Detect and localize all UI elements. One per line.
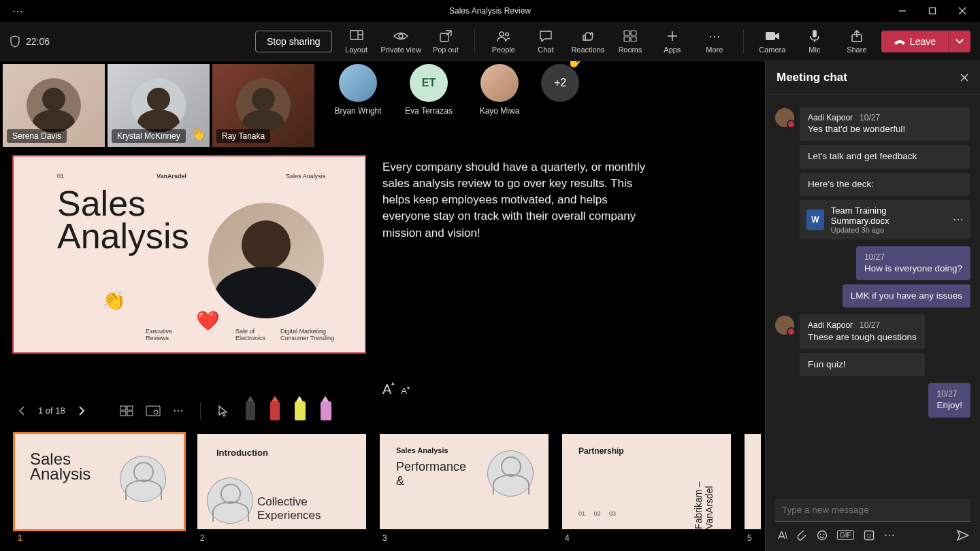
- pen-black-button[interactable]: [246, 401, 255, 420]
- sticker-button[interactable]: [864, 530, 875, 541]
- minimize-button[interactable]: [890, 1, 915, 20]
- chat-message-own[interactable]: 10/27 Enjoy!: [928, 383, 970, 417]
- svg-point-28: [154, 410, 158, 414]
- participants-strip: Serena Davis Krystal McKinney 👋 Ray Tana…: [3, 61, 765, 150]
- participant-avatar[interactable]: Kayo Miwa: [466, 64, 534, 116]
- svg-point-37: [870, 534, 871, 535]
- layout-icon: [350, 29, 363, 43]
- attach-button[interactable]: [797, 530, 807, 541]
- slide-thumbnail[interactable]: SalesAnalysis: [15, 434, 184, 529]
- slide-title: SalesAnalysis: [57, 188, 189, 253]
- prev-slide-button[interactable]: [18, 405, 26, 416]
- svg-rect-35: [864, 531, 873, 539]
- slide-thumbnail[interactable]: Sales Analysis Performance&: [380, 434, 549, 529]
- leave-more-button[interactable]: [948, 31, 970, 52]
- text-decrease-button[interactable]: A▾: [401, 386, 407, 401]
- close-button[interactable]: [950, 1, 975, 20]
- chat-message[interactable]: Aadi Kapoor10/27 These are tough questio…: [775, 314, 970, 376]
- more-button[interactable]: ⋯ More: [697, 29, 732, 54]
- svg-line-31: [785, 532, 787, 539]
- stop-sharing-button[interactable]: Stop sharing: [255, 31, 332, 52]
- send-button[interactable]: [957, 530, 969, 541]
- participant-name: Ray Tanaka: [216, 129, 270, 143]
- video-tile[interactable]: Krystal McKinney 👋: [108, 64, 210, 147]
- video-tile[interactable]: Serena Davis: [3, 64, 105, 147]
- slide-thumbnail[interactable]: [745, 434, 761, 529]
- mic-button[interactable]: Mic: [797, 29, 832, 54]
- avatar-photo: [339, 64, 377, 102]
- people-button[interactable]: People: [486, 29, 521, 54]
- avatar-photo: [480, 64, 519, 102]
- chat-panel-title: Meeting chat: [777, 71, 847, 84]
- app-menu-button[interactable]: ⋯: [5, 1, 30, 20]
- next-slide-button[interactable]: [78, 405, 86, 416]
- participant-name: Serena Davis: [7, 129, 67, 143]
- svg-point-32: [818, 531, 827, 539]
- plus-icon: [666, 29, 679, 43]
- file-more-button[interactable]: ⋯: [953, 213, 964, 226]
- meeting-timer: 22:06: [10, 35, 50, 48]
- share-icon: [851, 29, 863, 43]
- file-attachment[interactable]: W Team Training Summary.docx Updated 3h …: [800, 200, 970, 239]
- pop-out-button[interactable]: Pop out: [428, 29, 463, 54]
- thumb-number: 2: [197, 533, 366, 543]
- chat-panel: Meeting chat Aadi Kapoor10/27 Yes that'd…: [765, 61, 980, 551]
- apps-button[interactable]: Apps: [655, 29, 690, 54]
- svg-rect-20: [813, 30, 817, 37]
- private-view-button[interactable]: Private view: [381, 29, 421, 54]
- rooms-button[interactable]: Rooms: [612, 29, 648, 54]
- participant-video: [236, 78, 291, 133]
- svg-rect-13: [624, 31, 630, 35]
- window-title: Sales Analysis Review: [449, 6, 531, 16]
- slide-more-button[interactable]: ⋯: [173, 404, 184, 417]
- highlighter-yellow-button[interactable]: [295, 401, 306, 420]
- window-titlebar: ⋯ Sales Analysis Review: [0, 0, 980, 22]
- svg-point-36: [867, 534, 868, 535]
- close-chat-button[interactable]: [960, 73, 969, 82]
- cursor-tool-button[interactable]: [217, 405, 228, 417]
- meeting-toolbar: 22:06 Stop sharing Layout Private view P…: [0, 22, 980, 61]
- cameo-button[interactable]: [146, 405, 161, 416]
- camera-button[interactable]: Camera: [755, 29, 790, 54]
- participant-video: [131, 78, 186, 133]
- slide-thumbnail[interactable]: Introduction Collective Experiences: [197, 434, 366, 529]
- raised-hand-icon: ✋: [567, 61, 582, 69]
- participant-avatar[interactable]: ET Eva Terrazas: [395, 64, 463, 116]
- presenter-controls: 1 of 18 ⋯: [3, 397, 765, 424]
- svg-point-33: [820, 533, 821, 535]
- participant-video: [27, 78, 81, 133]
- pen-red-button[interactable]: [270, 401, 280, 420]
- layout-button[interactable]: Layout: [339, 29, 374, 54]
- chat-message-own[interactable]: 10/27 How is everyone doing? LMK if you …: [843, 246, 970, 308]
- compose-more-button[interactable]: ⋯: [884, 529, 895, 541]
- text-increase-button[interactable]: A▴: [382, 382, 391, 397]
- grid-view-button[interactable]: [120, 405, 133, 416]
- svg-point-11: [505, 33, 508, 36]
- highlighter-pink-button[interactable]: [321, 401, 331, 420]
- leave-button[interactable]: Leave: [881, 31, 948, 52]
- format-button[interactable]: [777, 530, 787, 541]
- gif-button[interactable]: GIF: [837, 530, 854, 540]
- avatar: [775, 108, 794, 127]
- more-participants[interactable]: +2 ✋: [536, 64, 584, 102]
- svg-point-10: [500, 31, 504, 35]
- reactions-icon: [581, 29, 595, 43]
- chat-message[interactable]: Aadi Kapoor10/27 Yes that'd be wonderful…: [775, 107, 970, 239]
- maximize-button[interactable]: [920, 1, 945, 20]
- hangup-icon: [894, 37, 906, 46]
- chevron-down-icon: [956, 39, 964, 44]
- slide-position: 1 of 18: [38, 405, 65, 416]
- slide-thumbnail[interactable]: Partnership Fabrikam – VanArsdel 01 02 0…: [562, 434, 731, 529]
- video-tile[interactable]: Ray Tanaka: [212, 64, 314, 147]
- participant-name: Krystal McKinney: [112, 129, 186, 143]
- ellipsis-icon: ⋯: [708, 29, 721, 43]
- svg-point-7: [399, 34, 403, 38]
- chat-compose: GIF ⋯: [766, 492, 980, 551]
- emoji-button[interactable]: [817, 530, 828, 541]
- share-button[interactable]: Share: [839, 29, 875, 54]
- chat-button[interactable]: Chat: [528, 29, 564, 54]
- presented-slide[interactable]: 01 VanArsdel Sales Analysis SalesAnalysi…: [12, 155, 366, 354]
- chat-input-field[interactable]: [775, 499, 970, 522]
- participant-avatar[interactable]: Bryan Wright: [324, 64, 392, 116]
- reactions-button[interactable]: Reactions: [570, 29, 606, 54]
